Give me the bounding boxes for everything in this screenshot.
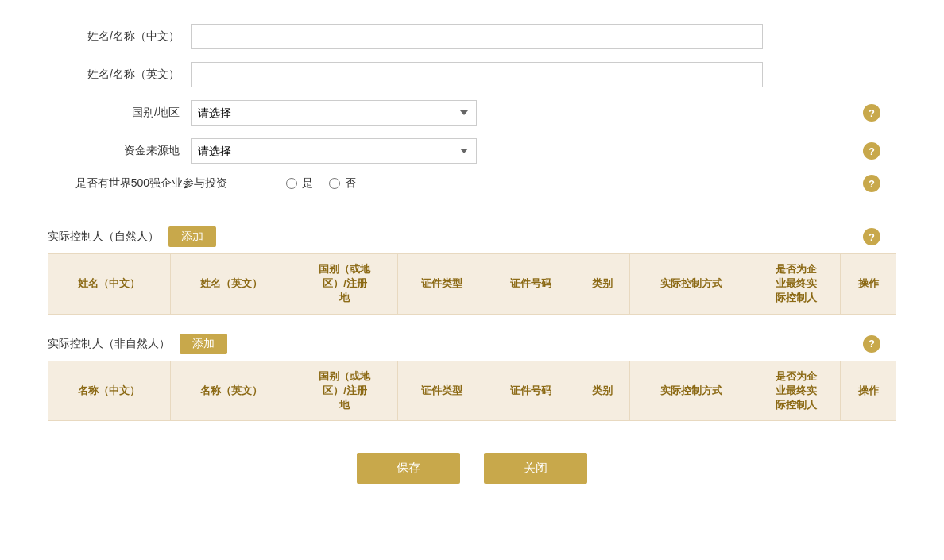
natural-person-section: 实际控制人（自然人） 添加 ? 姓名（中文） 姓名（英文） 国别（或地区）/注册…	[48, 226, 896, 315]
world500-yes-radio[interactable]	[286, 178, 297, 189]
close-button[interactable]: 关闭	[484, 453, 587, 484]
non-natural-person-table-header-row: 名称（中文） 名称（英文） 国别（或地区）/注册地 证件类型 证件号码 类别 实…	[48, 361, 896, 421]
fund-source-help-icon[interactable]: ?	[863, 142, 880, 160]
fund-source-label: 资金来源地	[48, 144, 191, 158]
natural-person-col-name-cn: 姓名（中文）	[48, 254, 171, 315]
non-natural-person-section: 实际控制人（非自然人） 添加 ? 名称（中文） 名称（英文） 国别（或地区）/注…	[48, 334, 896, 422]
non-natural-person-col-is-final: 是否为企业最终实际控制人	[752, 361, 841, 421]
name-cn-row: 姓名/名称（中文）	[48, 24, 896, 49]
country-row: 国别/地区 请选择 ?	[48, 100, 896, 126]
non-natural-person-title: 实际控制人（非自然人）	[48, 337, 170, 351]
natural-person-table: 姓名（中文） 姓名（英文） 国别（或地区）/注册地 证件类型 证件号码 类别 实…	[48, 253, 896, 315]
fund-source-select[interactable]: 请选择	[191, 138, 477, 164]
non-natural-person-header: 实际控制人（非自然人） 添加 ?	[48, 334, 896, 361]
name-cn-label: 姓名/名称（中文）	[48, 29, 191, 44]
world500-help-icon[interactable]: ?	[863, 175, 880, 192]
page-container: 姓名/名称（中文） 姓名/名称（英文） 国别/地区 请选择 ? 资金来源地 请选…	[0, 0, 944, 560]
divider-1	[48, 207, 896, 207]
natural-person-add-button[interactable]: 添加	[168, 226, 216, 247]
natural-person-col-cert-type: 证件类型	[397, 254, 486, 315]
name-en-input[interactable]	[191, 62, 763, 87]
name-en-row: 姓名/名称（英文）	[48, 62, 896, 87]
non-natural-person-col-name-cn: 名称（中文）	[48, 361, 171, 421]
natural-person-col-control-method: 实际控制方式	[630, 254, 752, 315]
world500-no-option[interactable]: 否	[329, 176, 356, 191]
natural-person-table-header-row: 姓名（中文） 姓名（英文） 国别（或地区）/注册地 证件类型 证件号码 类别 实…	[48, 254, 896, 315]
world500-yes-label: 是	[302, 176, 313, 191]
world500-no-radio[interactable]	[329, 178, 340, 189]
natural-person-col-name-en: 姓名（英文）	[170, 254, 292, 315]
non-natural-person-col-control-method: 实际控制方式	[630, 361, 752, 421]
name-en-label: 姓名/名称（英文）	[48, 68, 191, 82]
non-natural-person-col-category: 类别	[575, 361, 630, 421]
save-button[interactable]: 保存	[357, 453, 460, 484]
non-natural-person-col-action: 操作	[841, 361, 896, 421]
natural-person-title: 实际控制人（自然人）	[48, 230, 159, 244]
fund-source-row: 资金来源地 请选择 ?	[48, 138, 896, 164]
natural-person-col-is-final: 是否为企业最终实际控制人	[752, 254, 841, 315]
non-natural-person-table: 名称（中文） 名称（英文） 国别（或地区）/注册地 证件类型 证件号码 类别 实…	[48, 361, 896, 422]
non-natural-person-col-country: 国别（或地区）/注册地	[292, 361, 398, 421]
name-cn-input[interactable]	[191, 24, 763, 49]
form-section: 姓名/名称（中文） 姓名/名称（英文） 国别/地区 请选择 ? 资金来源地 请选…	[48, 24, 896, 191]
world500-label: 是否有世界500强企业参与投资	[48, 176, 238, 191]
country-label: 国别/地区	[48, 106, 191, 120]
non-natural-person-help-icon[interactable]: ?	[863, 335, 880, 353]
natural-person-col-cert-no: 证件号码	[486, 254, 575, 315]
world500-no-label: 否	[345, 176, 356, 191]
natural-person-header: 实际控制人（自然人） 添加 ?	[48, 226, 896, 253]
non-natural-person-col-name-en: 名称（英文）	[170, 361, 292, 421]
natural-person-col-category: 类别	[575, 254, 630, 315]
non-natural-person-col-cert-no: 证件号码	[486, 361, 575, 421]
world500-radio-group: 是 否	[286, 176, 356, 191]
country-select[interactable]: 请选择	[191, 100, 477, 126]
non-natural-person-col-cert-type: 证件类型	[397, 361, 486, 421]
natural-person-col-country: 国别（或地区）/注册地	[292, 254, 398, 315]
world500-row: 是否有世界500强企业参与投资 是 否 ?	[48, 176, 896, 191]
non-natural-person-add-button[interactable]: 添加	[180, 334, 227, 354]
natural-person-col-action: 操作	[841, 254, 896, 315]
world500-yes-option[interactable]: 是	[286, 176, 313, 191]
country-help-icon[interactable]: ?	[863, 104, 880, 122]
natural-person-help-icon[interactable]: ?	[863, 228, 880, 245]
bottom-buttons: 保存 关闭	[48, 453, 896, 508]
